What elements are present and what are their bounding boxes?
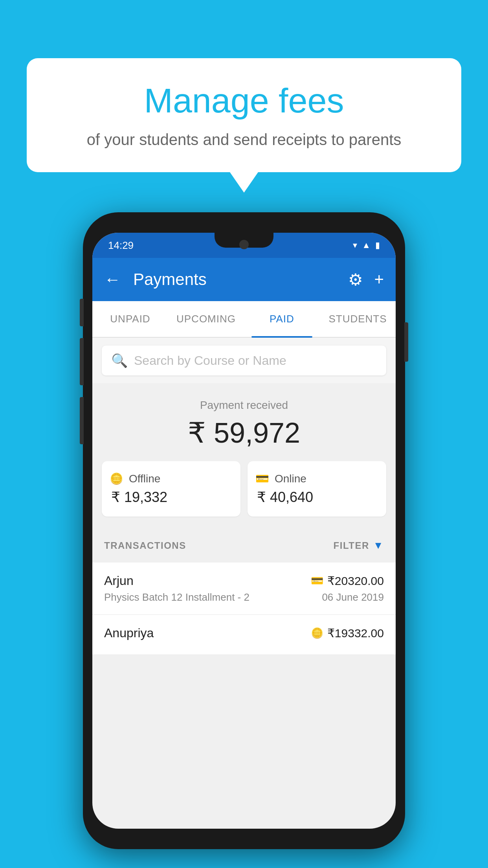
wifi-icon: ▾ [353, 240, 357, 250]
back-button[interactable]: ← [104, 270, 121, 289]
filter-button[interactable]: FILTER ▼ [334, 539, 384, 552]
transaction-date: 06 June 2019 [322, 591, 384, 603]
transaction-amount: ₹20320.00 [327, 574, 384, 588]
tab-paid[interactable]: PAID [244, 301, 320, 337]
transactions-label: TRANSACTIONS [104, 540, 186, 551]
online-payment-card: 💳 Online ₹ 40,640 [248, 461, 386, 517]
transaction-row-bottom: Physics Batch 12 Installment - 2 06 June… [104, 591, 384, 603]
transaction-type-icon: 🪙 [311, 627, 323, 639]
tab-unpaid[interactable]: UNPAID [92, 301, 168, 337]
offline-icon: 🪙 [110, 472, 123, 485]
payment-cards: 🪙 Offline ₹ 19,332 💳 Online ₹ 40,640 [102, 461, 386, 517]
status-time: 14:29 [108, 239, 134, 252]
transaction-course: Physics Batch 12 Installment - 2 [104, 591, 250, 603]
payment-summary: Payment received ₹ 59,972 🪙 Offline ₹ 19… [92, 383, 396, 528]
notch [215, 233, 273, 248]
online-icon: 💳 [255, 472, 269, 485]
offline-label: Offline [129, 473, 160, 485]
transaction-amount-wrap: 💳 ₹20320.00 [311, 574, 384, 588]
phone-device: 14:29 ▾ ▲ ▮ ← Payments ⚙ + UNPAID UPCOMI… [83, 212, 405, 849]
transaction-row-top: Arjun 💳 ₹20320.00 [104, 574, 384, 588]
speech-bubble-subtitle: of your students and send receipts to pa… [46, 129, 442, 151]
offline-payment-card: 🪙 Offline ₹ 19,332 [102, 461, 240, 517]
transaction-amount-wrap: 🪙 ₹19332.00 [311, 626, 384, 640]
transaction-type-icon: 💳 [311, 575, 323, 587]
transactions-header: TRANSACTIONS FILTER ▼ [92, 528, 396, 563]
search-input[interactable]: Search by Course or Name [134, 353, 286, 368]
search-bar[interactable]: 🔍 Search by Course or Name [102, 346, 386, 375]
online-card-header: 💳 Online [255, 472, 378, 485]
search-icon: 🔍 [111, 353, 128, 368]
filter-label: FILTER [334, 540, 369, 551]
speech-bubble: Manage fees of your students and send re… [27, 58, 461, 172]
power-button [404, 322, 408, 362]
volume-down-button [80, 338, 84, 385]
page-title: Payments [133, 270, 339, 289]
tab-upcoming[interactable]: UPCOMING [168, 301, 244, 337]
transaction-name: Anupriya [104, 626, 154, 640]
transaction-amount: ₹19332.00 [327, 626, 384, 640]
settings-icon[interactable]: ⚙ [348, 270, 363, 289]
transaction-row[interactable]: Anupriya 🪙 ₹19332.00 [92, 615, 396, 655]
status-icons: ▾ ▲ ▮ [353, 240, 380, 250]
payment-received-label: Payment received [102, 399, 386, 412]
search-container: 🔍 Search by Course or Name [92, 338, 396, 383]
transaction-name: Arjun [104, 574, 134, 588]
tab-bar: UNPAID UPCOMING PAID STUDENTS [92, 301, 396, 338]
offline-card-header: 🪙 Offline [110, 472, 233, 485]
speech-bubble-title: Manage fees [46, 82, 442, 120]
online-amount: ₹ 40,640 [257, 489, 378, 506]
filter-icon: ▼ [373, 539, 384, 552]
signal-icon: ▲ [362, 240, 371, 250]
add-button[interactable]: + [374, 270, 384, 289]
transaction-row-top: Anupriya 🪙 ₹19332.00 [104, 626, 384, 640]
transaction-row[interactable]: Arjun 💳 ₹20320.00 Physics Batch 12 Insta… [92, 563, 396, 615]
app-bar: ← Payments ⚙ + [92, 258, 396, 301]
offline-amount: ₹ 19,332 [111, 489, 233, 506]
app-bar-actions: ⚙ + [348, 270, 384, 289]
online-label: Online [275, 473, 306, 485]
tab-students[interactable]: STUDENTS [320, 301, 396, 337]
volume-up-button [80, 299, 84, 326]
silent-button [80, 397, 84, 444]
phone-screen: 14:29 ▾ ▲ ▮ ← Payments ⚙ + UNPAID UPCOMI… [92, 233, 396, 829]
camera [239, 240, 249, 249]
battery-icon: ▮ [375, 240, 380, 250]
payment-total-amount: ₹ 59,972 [102, 416, 386, 449]
